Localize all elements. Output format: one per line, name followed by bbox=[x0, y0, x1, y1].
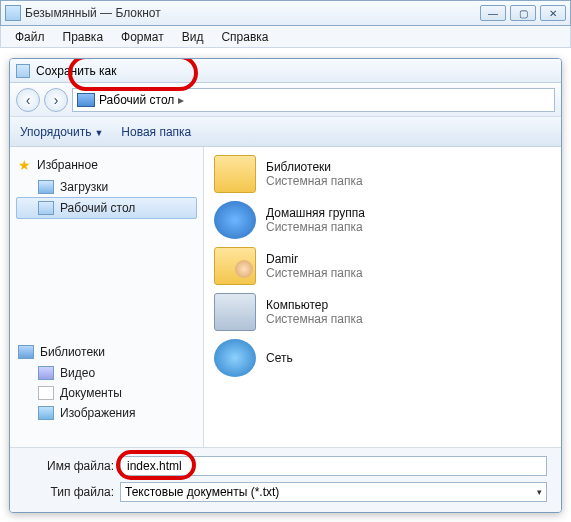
minimize-button[interactable]: — bbox=[480, 5, 506, 21]
video-icon bbox=[38, 366, 54, 380]
breadcrumb-label: Рабочий стол bbox=[99, 93, 174, 107]
star-icon: ★ bbox=[18, 157, 31, 173]
network-icon bbox=[214, 339, 256, 377]
chevron-down-icon: ▾ bbox=[537, 487, 542, 497]
filename-input[interactable] bbox=[120, 456, 547, 476]
dialog-body: ★ Избранное Загрузки Рабочий стол Библио… bbox=[10, 147, 561, 447]
notepad-icon bbox=[5, 5, 21, 21]
dialog-icon bbox=[16, 64, 30, 78]
window-title: Безымянный — Блокнот bbox=[25, 6, 480, 20]
back-button[interactable]: ‹ bbox=[16, 88, 40, 112]
desktop-icon bbox=[77, 93, 95, 107]
downloads-icon bbox=[38, 180, 54, 194]
menu-file[interactable]: Файл bbox=[7, 28, 53, 46]
filetype-label: Тип файла: bbox=[24, 485, 114, 499]
nav-row: ‹ › Рабочий стол ▸ bbox=[10, 83, 561, 117]
forward-button[interactable]: › bbox=[44, 88, 68, 112]
favorites-header[interactable]: ★ Избранное bbox=[16, 153, 197, 177]
file-list[interactable]: Библиотеки Системная папка Домашняя груп… bbox=[204, 147, 561, 447]
desktop-icon bbox=[38, 201, 54, 215]
list-item[interactable]: Сеть bbox=[208, 335, 557, 381]
breadcrumb[interactable]: Рабочий стол ▸ bbox=[72, 88, 555, 112]
close-button[interactable]: ✕ bbox=[540, 5, 566, 21]
sidebar-item-pictures[interactable]: Изображения bbox=[16, 403, 197, 423]
chevron-right-icon[interactable]: ▸ bbox=[178, 93, 184, 107]
filename-label: Имя файла: bbox=[24, 459, 114, 473]
libraries-icon bbox=[18, 345, 34, 359]
computer-icon bbox=[214, 293, 256, 331]
list-item[interactable]: Damir Системная папка bbox=[208, 243, 557, 289]
menu-help[interactable]: Справка bbox=[213, 28, 276, 46]
menu-view[interactable]: Вид bbox=[174, 28, 212, 46]
user-folder-icon bbox=[214, 247, 256, 285]
dialog-titlebar: Сохранить как bbox=[10, 59, 561, 83]
sidebar-item-desktop[interactable]: Рабочий стол bbox=[16, 197, 197, 219]
folder-icon bbox=[214, 155, 256, 193]
menu-bar: Файл Правка Формат Вид Справка bbox=[0, 26, 571, 48]
window-buttons: — ▢ ✕ bbox=[480, 5, 566, 21]
save-as-dialog: Сохранить как ‹ › Рабочий стол ▸ Упорядо… bbox=[9, 58, 562, 513]
menu-edit[interactable]: Правка bbox=[55, 28, 112, 46]
libraries-header[interactable]: Библиотеки bbox=[16, 341, 197, 363]
list-item[interactable]: Домашняя группа Системная папка bbox=[208, 197, 557, 243]
list-item[interactable]: Компьютер Системная папка bbox=[208, 289, 557, 335]
pictures-icon bbox=[38, 406, 54, 420]
sidebar-item-documents[interactable]: Документы bbox=[16, 383, 197, 403]
form-area: Имя файла: Тип файла: Текстовые документ… bbox=[10, 447, 561, 513]
sidebar-item-downloads[interactable]: Загрузки bbox=[16, 177, 197, 197]
sidebar-item-videos[interactable]: Видео bbox=[16, 363, 197, 383]
document-icon bbox=[38, 386, 54, 400]
chevron-down-icon: ▼ bbox=[94, 128, 103, 138]
menu-format[interactable]: Формат bbox=[113, 28, 172, 46]
new-folder-button[interactable]: Новая папка bbox=[121, 125, 191, 139]
navigation-pane: ★ Избранное Загрузки Рабочий стол Библио… bbox=[10, 147, 204, 447]
maximize-button[interactable]: ▢ bbox=[510, 5, 536, 21]
organize-button[interactable]: Упорядочить▼ bbox=[20, 125, 103, 139]
homegroup-icon bbox=[214, 201, 256, 239]
filetype-select[interactable]: Текстовые документы (*.txt) ▾ bbox=[120, 482, 547, 502]
command-bar: Упорядочить▼ Новая папка bbox=[10, 117, 561, 147]
list-item[interactable]: Библиотеки Системная папка bbox=[208, 151, 557, 197]
window-titlebar: Безымянный — Блокнот — ▢ ✕ bbox=[0, 0, 571, 26]
dialog-title: Сохранить как bbox=[36, 64, 116, 78]
